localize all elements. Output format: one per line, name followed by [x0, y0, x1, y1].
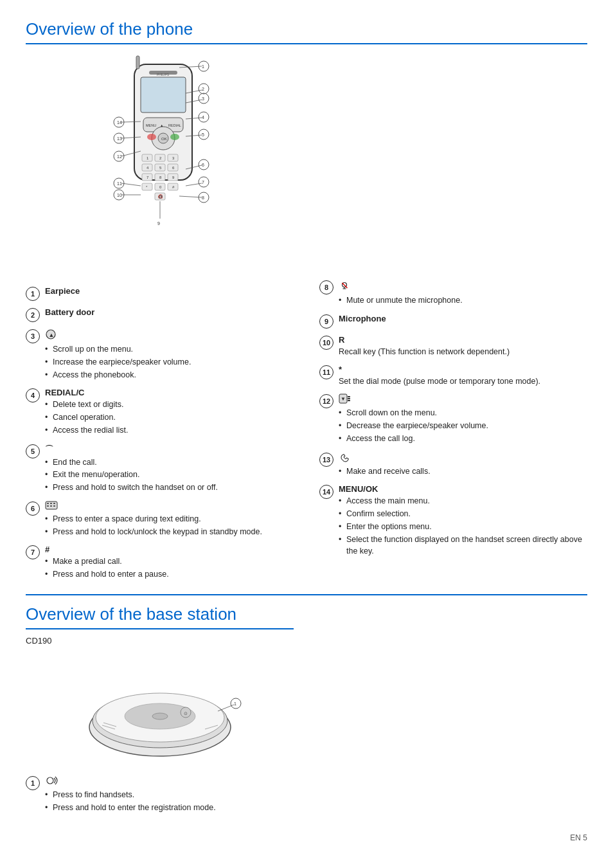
- item-7-bullets: Make a predial call. Press and hold to e…: [45, 556, 294, 581]
- item-12-icon: ▼: [339, 393, 587, 406]
- item-12-bullet-3: Access the call log.: [339, 433, 587, 445]
- item-14-bullet-1: Access the main menu.: [339, 495, 587, 507]
- item-12-bullets: Scroll down on the menu. Decrease the ea…: [339, 407, 587, 444]
- item-8-bullet-1: Mute or unmute the microphone.: [339, 294, 587, 307]
- svg-line-73: [121, 183, 141, 186]
- svg-text:2: 2: [202, 87, 204, 91]
- phone-section-title: Overview of the phone: [26, 19, 587, 44]
- item-3-icon: ▲: [45, 329, 294, 342]
- item-number-9: 9: [319, 314, 333, 329]
- svg-rect-89: [53, 505, 55, 507]
- base-item-1-bullets: Press to find handsets. Press and hold t…: [45, 789, 294, 814]
- item-8: 8 Mute or unmute the microphone.: [319, 280, 587, 307]
- item-3-bullets: Scroll up on the menu. Increase the earp…: [45, 343, 294, 381]
- item-14-bullet-3: Enter the options menu.: [339, 521, 587, 533]
- item-1-content: Earpiece: [45, 286, 294, 297]
- item-5-bullet-3: Press and hold to switch the handset on …: [45, 482, 294, 494]
- svg-text:12: 12: [117, 154, 122, 159]
- item-5-content: ⌒ End the call. Exit the menu/operation.…: [45, 444, 294, 494]
- svg-rect-96: [348, 396, 350, 397]
- item-3-content: ▲ Scroll up on the menu. Increase the ea…: [45, 329, 294, 381]
- item-7: 7 # Make a predial call. Press and hold …: [26, 545, 294, 581]
- svg-text:1: 1: [234, 701, 236, 706]
- item-number-3: 3: [26, 329, 40, 343]
- svg-point-12: [170, 134, 179, 140]
- svg-text:9: 9: [157, 221, 160, 226]
- svg-point-11: [147, 134, 156, 140]
- item-5-bullets: End the call. Exit the menu/operation. P…: [45, 457, 294, 494]
- item-14-bullet-4: Select the function displayed on the han…: [339, 534, 587, 558]
- svg-rect-86: [53, 503, 55, 504]
- item-11-title: *: [339, 365, 587, 374]
- item-5-bullet-2: Exit the menu/operation.: [45, 469, 294, 481]
- item-6-content: Press to enter a space during text editi…: [45, 501, 294, 539]
- svg-rect-87: [47, 505, 49, 507]
- item-1: 1 Earpiece: [26, 286, 294, 301]
- item-6: 6 Press to enter a space during text edi…: [26, 501, 294, 539]
- item-14-bullet-2: Confirm selection.: [339, 508, 587, 520]
- item-7-bullet-1: Make a predial call.: [45, 556, 294, 568]
- svg-text:MENU: MENU: [146, 123, 156, 127]
- item-6-icon: [45, 501, 294, 512]
- svg-rect-97: [348, 398, 350, 399]
- item-13: 13 Make and receive calls.: [319, 452, 587, 478]
- base-diagram: ⊙ 1: [26, 653, 294, 769]
- item-3-bullet-2: Increase the earpiece/speaker volume.: [45, 356, 294, 368]
- item-12: 12 ▼ Scroll down on the menu. Decrease t…: [319, 393, 587, 445]
- base-section: Overview of the base station CD190: [26, 604, 587, 821]
- item-13-bullet-1: Make and receive calls.: [339, 466, 587, 478]
- item-12-bullet-2: Decrease the earpiece/speaker volume.: [339, 420, 587, 432]
- item-10-content: R Recall key (This function is network d…: [339, 335, 587, 358]
- item-5-bullet-1: End the call.: [45, 457, 294, 469]
- svg-text:PHILIPS: PHILIPS: [157, 73, 170, 77]
- item-9-content: Microphone: [339, 314, 587, 325]
- phone-illustration: PHILIPS MENU ▲ REDIAL OK 1: [96, 55, 224, 267]
- base-left: Overview of the base station CD190: [26, 604, 294, 821]
- svg-text:7: 7: [202, 180, 204, 185]
- item-number-10: 10: [319, 336, 333, 350]
- item-10-title: R: [339, 335, 587, 345]
- item-4: 4 REDIAL/C Delete text or digits. Cancel…: [26, 388, 294, 437]
- left-column: PHILIPS MENU ▲ REDIAL OK 1: [26, 55, 294, 588]
- item-6-bullet-2: Press and hold to lock/unlock the keypad…: [45, 526, 294, 538]
- item-7-title: #: [45, 545, 294, 554]
- svg-point-112: [47, 777, 53, 784]
- item-number-2: 2: [26, 308, 40, 322]
- item-14-bullets: Access the main menu. Confirm selection.…: [339, 495, 587, 557]
- svg-text:5: 5: [202, 132, 204, 137]
- svg-point-103: [152, 713, 168, 719]
- item-4-bullet-2: Cancel operation.: [45, 411, 294, 424]
- item-14-content: MENU/OK Access the main menu. Confirm se…: [339, 484, 587, 558]
- item-3-bullet-3: Access the phonebook.: [45, 369, 294, 381]
- item-10: 10 R Recall key (This function is networ…: [319, 335, 587, 358]
- base-item-1-icon: [45, 775, 294, 788]
- item-11-content: * Set the dial mode (pulse mode or tempo…: [339, 365, 587, 388]
- item-number-14: 14: [319, 485, 333, 499]
- item-number-11: 11: [319, 365, 333, 379]
- svg-rect-84: [47, 503, 49, 504]
- item-4-bullet-3: Access the redial list.: [45, 424, 294, 437]
- item-2: 2 Battery door: [26, 307, 294, 322]
- item-7-content: # Make a predial call. Press and hold to…: [45, 545, 294, 581]
- item-12-content: ▼ Scroll down on the menu. Decrease the …: [339, 393, 587, 445]
- item-number-1: 1: [26, 287, 40, 301]
- item-3: 3 ▲ Scroll up on the menu. Increase the …: [26, 329, 294, 381]
- page-number: EN 5: [26, 833, 587, 842]
- item-2-content: Battery door: [45, 307, 294, 318]
- item-7-bullet-2: Press and hold to enter a pause.: [45, 568, 294, 581]
- item-11-desc: Set the dial mode (pulse mode or tempora…: [339, 375, 587, 388]
- svg-text:14: 14: [117, 120, 122, 125]
- svg-text:REDIAL: REDIAL: [168, 123, 181, 127]
- svg-text:3: 3: [202, 96, 204, 101]
- svg-text:8: 8: [202, 195, 204, 200]
- svg-text:10: 10: [117, 193, 122, 197]
- item-6-bullet-1: Press to enter a space during text editi…: [45, 513, 294, 525]
- item-number-12: 12: [319, 394, 333, 408]
- base-item-1-bullet-2: Press and hold to enter the registration…: [45, 802, 294, 814]
- item-9-title: Microphone: [339, 314, 587, 323]
- item-1-title: Earpiece: [45, 286, 294, 296]
- base-item-1-content: Press to find handsets. Press and hold t…: [45, 775, 294, 815]
- item-2-title: Battery door: [45, 307, 294, 317]
- item-number-13: 13: [319, 453, 333, 467]
- item-5-icon: ⌒: [45, 444, 294, 455]
